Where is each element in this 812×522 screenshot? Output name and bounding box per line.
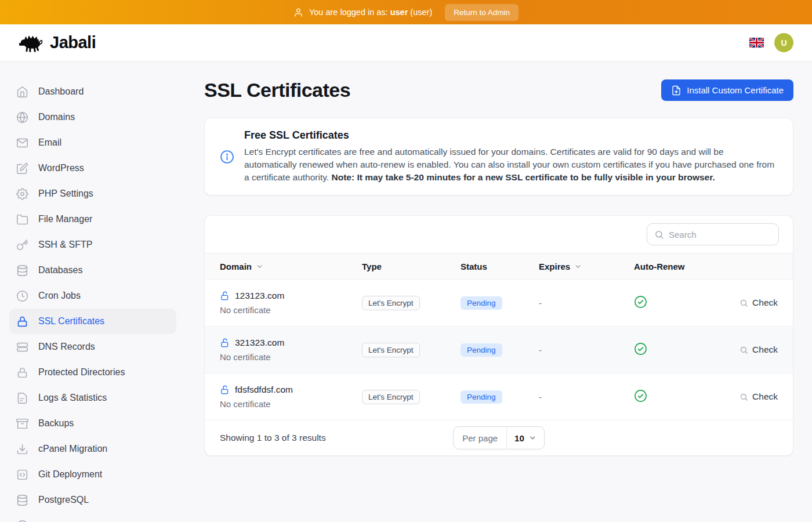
chevron-down-icon [528,434,536,442]
sidebar-item-domains[interactable]: Domains [9,104,176,130]
status-badge: Pending [461,343,502,357]
certificate-subtitle: No certificate [220,305,362,315]
check-circle-icon[interactable] [634,389,647,403]
info-box-body: Let's Encrypt certificates are free and … [244,146,778,184]
domain-name: fdsfsdfdsf.com [235,385,293,395]
check-button[interactable]: Check [714,392,778,402]
sidebar-item-postgresql[interactable]: PostgreSQL [9,487,176,513]
search-box[interactable] [647,223,779,245]
main-content: SSL Certificates Install Custom Certific… [186,61,812,522]
boar-logo-icon [19,33,44,53]
results-summary: Showing 1 to 3 of 3 results [220,433,326,443]
database-icon [16,494,28,506]
sidebar-item-cpanel-migration[interactable]: cPanel Migration [9,436,176,462]
status-badge: Pending [461,296,502,310]
search-input[interactable] [669,230,771,240]
lock-icon [16,367,28,379]
column-header-expires[interactable]: Expires [539,262,634,271]
table-row: fdsfsdfdsf.com No certificate Let's Encr… [205,374,793,420]
user-avatar[interactable]: U [774,33,793,52]
domain-name: 321323.com [235,338,284,348]
type-badge: Let's Encrypt [362,296,420,310]
per-page-select[interactable]: 10 [507,427,544,449]
lock-open-icon [220,291,230,301]
edit-icon [16,162,28,175]
chevron-down-icon [574,263,582,270]
type-badge: Let's Encrypt [362,390,420,404]
pagination: Showing 1 to 3 of 3 results Per page 10 [205,420,793,455]
server-icon [16,341,28,353]
brand-logo[interactable]: Jabali [19,33,96,53]
lock-open-icon [220,385,230,395]
user-icon [293,8,303,17]
sidebar-item-databases[interactable]: Databases [9,258,176,283]
lock-open-icon [220,338,230,348]
sidebar-item-cron-jobs[interactable]: Cron Jobs [9,283,176,309]
per-page-label: Per page [454,427,507,449]
status-badge: Pending [461,390,502,404]
sidebar-item-file-manager[interactable]: File Manager [9,206,176,232]
sidebar-item-backups[interactable]: Backups [9,411,176,436]
archive-icon [16,418,28,430]
folder-icon [16,213,28,226]
column-header-type: Type [362,262,461,271]
sidebar-item-partial[interactable] [9,513,176,522]
file-text-icon [16,392,28,404]
per-page-control: Per page 10 [453,426,545,449]
sidebar-item-logs-statistics[interactable]: Logs & Statistics [9,385,176,411]
sidebar-item-ssh-sftp[interactable]: SSH & SFTP [9,232,176,258]
chevron-down-icon [256,263,263,270]
ssl-certificates-table: Domain Type Status Expires Auto-Renew 12… [204,215,793,456]
sidebar-item-dashboard[interactable]: Dashboard [9,79,176,104]
lock-icon [16,316,28,328]
sidebar-item-wordpress[interactable]: WordPress [9,155,176,181]
free-ssl-info-box: Free SSL Certificates Let's Encrypt cert… [204,118,793,195]
search-icon [740,346,748,354]
sidebar-item-protected-directories[interactable]: Protected Directories [9,360,176,385]
info-icon [220,150,234,164]
impersonation-message: You are logged in as: user (user) [309,8,432,17]
column-header-auto-renew: Auto-Renew [634,262,714,271]
app-header: Jabali U [0,24,812,61]
check-circle-icon[interactable] [634,295,647,309]
brand-name: Jabali [50,33,96,52]
column-header-status: Status [461,262,539,271]
clock-icon [16,290,28,302]
check-button[interactable]: Check [714,345,778,355]
uk-flag-icon[interactable] [749,38,764,48]
expires-value: - [539,392,634,402]
search-icon [654,230,664,240]
file-plus-icon [671,85,682,96]
database-icon [16,264,28,277]
check-button[interactable]: Check [714,298,778,308]
search-icon [740,393,748,401]
certificate-subtitle: No certificate [220,352,362,362]
install-custom-certificate-button[interactable]: Install Custom Certificate [661,79,793,101]
sidebar: Dashboard Domains Email WordPress PHP Se… [0,61,186,522]
sidebar-item-email[interactable]: Email [9,130,176,155]
mail-icon [16,137,28,149]
circle-icon [16,520,28,522]
column-header-domain[interactable]: Domain [220,262,362,271]
globe-icon [16,111,28,124]
search-icon [740,299,748,307]
home-icon [16,86,28,98]
sidebar-item-php-settings[interactable]: PHP Settings [9,181,176,206]
sidebar-item-ssl-certificates[interactable]: SSL Certificates [9,309,176,334]
check-circle-icon[interactable] [634,342,647,356]
download-icon [16,443,28,455]
type-badge: Let's Encrypt [362,343,420,357]
expires-value: - [539,298,634,308]
return-to-admin-button[interactable]: Return to Admin [445,4,519,21]
sidebar-item-dns-records[interactable]: DNS Records [9,334,176,360]
expires-value: - [539,345,634,355]
sidebar-item-git-deployment[interactable]: Git Deployment [9,462,176,487]
page-title: SSL Certificates [204,79,350,102]
domain-name: 123123.com [235,291,284,301]
table-header-row: Domain Type Status Expires Auto-Renew [205,253,793,280]
gear-icon [16,188,28,200]
table-row: 321323.com No certificate Let's Encrypt … [205,327,793,374]
certificate-subtitle: No certificate [220,399,362,409]
code-icon [16,469,28,481]
table-row: 123123.com No certificate Let's Encrypt … [205,280,793,327]
